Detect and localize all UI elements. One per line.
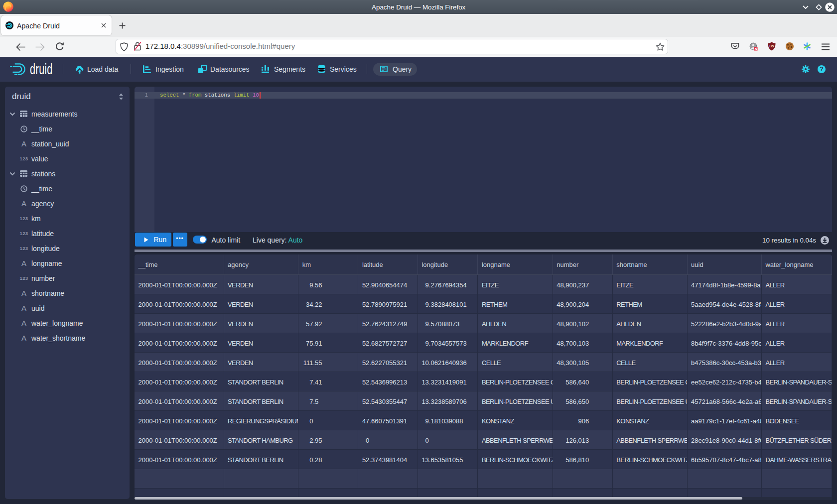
svg-text:?: ? xyxy=(820,66,824,73)
svg-text:UO: UO xyxy=(770,45,774,48)
